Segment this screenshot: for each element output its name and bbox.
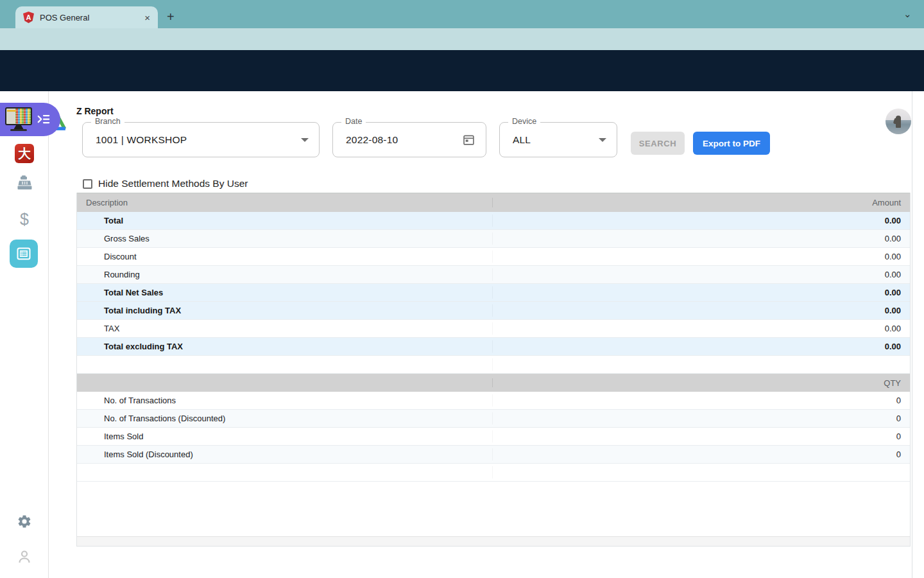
chevron-down-icon[interactable] (301, 138, 309, 142)
qty-desc-header (77, 374, 493, 392)
row-value: 0.00 (493, 252, 910, 261)
menu-unfold-icon[interactable] (37, 112, 51, 127)
angular-favicon-icon: A (23, 12, 34, 23)
table-row: Total including TAX 0.00 (77, 302, 910, 320)
row-label: Total including TAX (77, 302, 493, 319)
row-value: 0.00 (493, 306, 910, 315)
table-footer-strip (77, 536, 910, 546)
sidebar-item-settings[interactable] (0, 514, 49, 529)
tab-title: POS General (40, 13, 143, 22)
amount-header: Amount (493, 198, 910, 207)
row-label: Gross Sales (77, 230, 493, 247)
amount-table-header: Description Amount (77, 193, 910, 212)
sidebar-item-money[interactable]: $ (0, 210, 49, 229)
row-value: 0 (493, 432, 910, 441)
sidebar-item-cash-register[interactable] (0, 175, 49, 191)
z-report-table: Description Amount Total 0.00 Gross Sale… (76, 193, 911, 547)
row-value: 0.00 (493, 216, 910, 225)
report-list-icon (15, 245, 32, 262)
row-value: 0.00 (493, 342, 910, 351)
description-header: Description (77, 193, 493, 212)
qty-header: QTY (493, 378, 910, 388)
date-field[interactable]: Date 2022-08-10 (332, 122, 486, 157)
row-label: No. of Transactions (77, 392, 493, 409)
app-navbar: akaun (0, 50, 924, 91)
row-value: 0 (493, 396, 910, 405)
calendar-icon[interactable] (462, 133, 475, 146)
checkbox-label: Hide Settlement Methods By User (98, 178, 248, 189)
browser-tabstrip: A POS General × + ⌄ (0, 0, 924, 28)
dollar-icon: $ (20, 210, 29, 229)
tab-search-chevron-icon[interactable]: ⌄ (903, 8, 912, 20)
table-row: Total excluding TAX 0.00 (77, 338, 910, 356)
table-row: Rounding 0.00 (77, 266, 910, 284)
sidebar-item-pos-terminal[interactable] (0, 103, 60, 136)
table-row: Items Sold 0 (77, 428, 910, 446)
pos-terminal-icon (4, 106, 33, 133)
sidebar (0, 91, 49, 578)
row-label: Items Sold (77, 428, 493, 445)
row-value: 0.00 (493, 324, 910, 333)
table-row: No. of Transactions 0 (77, 392, 910, 410)
date-value: 2022-08-10 (346, 134, 462, 146)
content-scroll-divider (912, 91, 912, 578)
device-label: Device (508, 117, 540, 126)
row-label: No. of Transactions (Discounted) (77, 410, 493, 427)
branch-value: 1001 | WORKSHOP (96, 134, 301, 146)
table-row: No. of Transactions (Discounted) 0 (77, 410, 910, 428)
table-filler (77, 482, 910, 536)
amount-section: Total 0.00 Gross Sales 0.00 Discount 0.0… (77, 212, 910, 374)
red-app-icon: 大 (15, 144, 34, 163)
table-row: Items Sold (Discounted) 0 (77, 446, 910, 464)
gear-icon (17, 514, 32, 529)
row-label: Discount (77, 248, 493, 265)
row-label: Total (77, 212, 493, 229)
row-label: Rounding (77, 266, 493, 283)
empty-row (77, 464, 910, 482)
row-value: 0.00 (493, 288, 910, 297)
user-avatar[interactable] (886, 109, 911, 134)
sidebar-item-profile[interactable] (0, 549, 49, 565)
row-value: 0 (493, 450, 910, 459)
device-select[interactable]: Device ALL (499, 122, 617, 157)
device-value: ALL (513, 134, 599, 146)
checkbox[interactable] (83, 179, 92, 189)
page-title: Z Report (76, 106, 114, 116)
browser-toolbar: akaun.cloud/#/applet/tnt/wavelet/erp/pos… (0, 28, 924, 50)
table-row: Discount 0.00 (77, 248, 910, 266)
hide-settlement-checkbox-row[interactable]: Hide Settlement Methods By User (83, 178, 248, 189)
person-icon (17, 549, 32, 565)
branch-label: Branch (91, 117, 124, 126)
row-value: 0.00 (493, 270, 910, 279)
row-label: TAX (77, 320, 493, 337)
row-label: Items Sold (Discounted) (77, 446, 493, 463)
table-row: Total 0.00 (77, 212, 910, 230)
sidebar-item-report-active[interactable] (10, 240, 38, 268)
export-pdf-button[interactable]: Export to PDF (693, 132, 770, 155)
row-label: Total excluding TAX (77, 338, 493, 355)
search-button[interactable]: SEARCH (631, 132, 685, 155)
table-row: Gross Sales 0.00 (77, 230, 910, 248)
branch-select[interactable]: Branch 1001 | WORKSHOP (82, 122, 320, 157)
date-label: Date (341, 117, 366, 126)
chevron-down-icon[interactable] (599, 138, 606, 142)
new-tab-button[interactable]: + (167, 10, 175, 24)
row-value: 0 (493, 414, 910, 423)
qty-table-header: QTY (77, 374, 910, 392)
table-row: TAX 0.00 (77, 320, 910, 338)
table-row: Total Net Sales 0.00 (77, 284, 910, 302)
cash-register-icon (16, 175, 33, 191)
tab-close-icon[interactable]: × (143, 12, 151, 23)
row-label: Total Net Sales (77, 284, 493, 301)
browser-tab[interactable]: A POS General × (15, 6, 158, 28)
empty-row (77, 356, 910, 374)
sidebar-item-red-app[interactable]: 大 (0, 144, 49, 163)
row-value: 0.00 (493, 234, 910, 243)
qty-section: No. of Transactions 0 No. of Transaction… (77, 392, 910, 482)
